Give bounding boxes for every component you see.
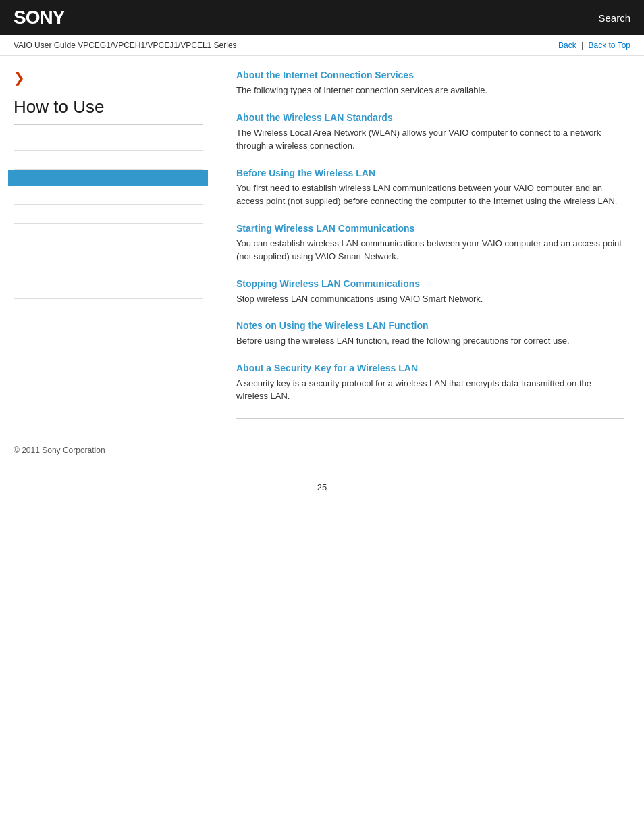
- sidebar-item[interactable]: [14, 261, 203, 280]
- section-body-starting: You can establish wireless LAN communica…: [236, 237, 624, 263]
- sidebar-title: How to Use: [14, 97, 203, 125]
- section-starting: Starting Wireless LAN Communications You…: [236, 223, 624, 263]
- sidebar-item[interactable]: [14, 151, 203, 170]
- guide-title: VAIO User Guide VPCEG1/VPCEH1/VPCEJ1/VPC…: [14, 41, 237, 50]
- header: SONY Search: [0, 0, 644, 35]
- breadcrumb-bar: VAIO User Guide VPCEG1/VPCEH1/VPCEJ1/VPC…: [0, 35, 644, 56]
- section-title-internet-connection[interactable]: About the Internet Connection Services: [236, 70, 624, 80]
- sidebar-arrow: ❯: [14, 70, 203, 86]
- sidebar-item[interactable]: [14, 224, 203, 242]
- sidebar-item-active[interactable]: [8, 170, 208, 186]
- section-link-notes[interactable]: Notes on Using the Wireless LAN Function: [236, 320, 429, 331]
- section-title-starting[interactable]: Starting Wireless LAN Communications: [236, 223, 624, 234]
- section-internet-connection: About the Internet Connection Services T…: [236, 70, 624, 97]
- page-number: 25: [0, 469, 644, 506]
- section-body-security-key: A security key is a security protocol fo…: [236, 377, 624, 403]
- search-button[interactable]: Search: [598, 12, 630, 24]
- section-link-internet-connection[interactable]: About the Internet Connection Services: [236, 70, 414, 80]
- section-security-key: About a Security Key for a Wireless LAN …: [236, 363, 624, 403]
- content-divider: [236, 418, 624, 419]
- section-body-notes: Before using the wireless LAN function, …: [236, 334, 624, 348]
- section-title-security-key[interactable]: About a Security Key for a Wireless LAN: [236, 363, 624, 373]
- back-to-top-link[interactable]: Back to Top: [589, 41, 630, 50]
- section-notes: Notes on Using the Wireless LAN Function…: [236, 320, 624, 348]
- section-body-stopping: Stop wireless LAN communications using V…: [236, 292, 624, 306]
- back-link[interactable]: Back: [558, 41, 576, 50]
- sony-logo: SONY: [14, 7, 64, 28]
- section-body-wireless-standards: The Wireless Local Area Network (WLAN) a…: [236, 126, 624, 153]
- section-stopping: Stopping Wireless LAN Communications Sto…: [236, 278, 624, 306]
- main-container: ❯ How to Use About the Internet Connecti…: [0, 56, 644, 432]
- section-title-before-using[interactable]: Before Using the Wireless LAN: [236, 167, 624, 178]
- sidebar: ❯ How to Use: [0, 56, 216, 432]
- section-title-wireless-standards[interactable]: About the Wireless LAN Standards: [236, 112, 624, 123]
- section-body-internet-connection: The following types of Internet connecti…: [236, 84, 624, 97]
- nav-separator: |: [581, 41, 585, 50]
- sidebar-item[interactable]: [14, 280, 203, 299]
- section-link-wireless-standards[interactable]: About the Wireless LAN Standards: [236, 112, 393, 123]
- content-area: About the Internet Connection Services T…: [216, 56, 644, 432]
- sidebar-item[interactable]: [14, 205, 203, 224]
- nav-links: Back | Back to Top: [558, 41, 630, 50]
- section-link-security-key[interactable]: About a Security Key for a Wireless LAN: [236, 363, 418, 373]
- section-title-stopping[interactable]: Stopping Wireless LAN Communications: [236, 278, 624, 289]
- sidebar-item[interactable]: [14, 242, 203, 261]
- section-title-notes[interactable]: Notes on Using the Wireless LAN Function: [236, 320, 624, 331]
- sidebar-item[interactable]: [14, 186, 203, 205]
- section-link-starting[interactable]: Starting Wireless LAN Communications: [236, 223, 414, 234]
- footer-copyright: © 2011 Sony Corporation: [0, 432, 644, 469]
- section-link-before-using[interactable]: Before Using the Wireless LAN: [236, 167, 375, 178]
- sidebar-item[interactable]: [14, 132, 203, 151]
- section-wireless-standards: About the Wireless LAN Standards The Wir…: [236, 112, 624, 153]
- section-link-stopping[interactable]: Stopping Wireless LAN Communications: [236, 278, 420, 289]
- section-body-before-using: You first need to establish wireless LAN…: [236, 182, 624, 208]
- section-before-using: Before Using the Wireless LAN You first …: [236, 167, 624, 208]
